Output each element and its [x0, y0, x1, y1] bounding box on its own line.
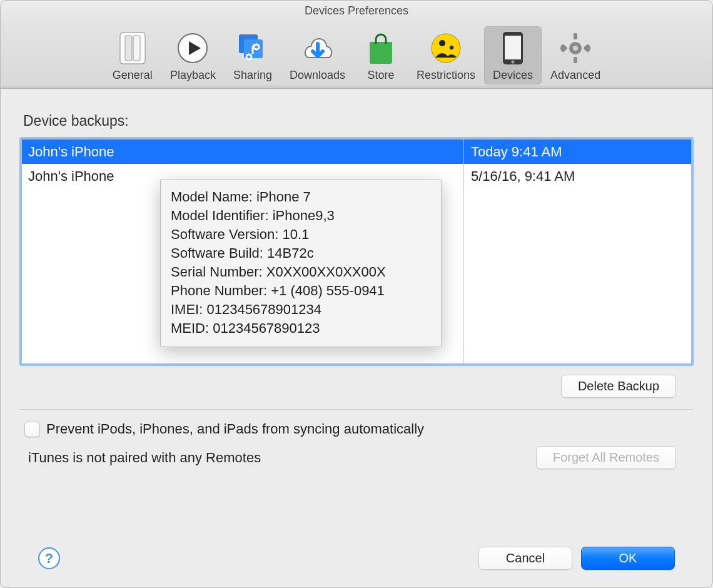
tab-label: Store	[368, 69, 395, 82]
device-info-tooltip: Model Name: iPhone 7 Model Identifier: i…	[160, 180, 442, 347]
svg-point-22	[573, 46, 578, 51]
help-button[interactable]: ?	[38, 547, 60, 569]
svg-point-7	[432, 34, 460, 63]
tab-playback[interactable]: Playback	[161, 26, 225, 84]
tab-general[interactable]: General	[104, 26, 161, 84]
devices-icon	[495, 30, 531, 66]
svg-point-12	[511, 60, 514, 63]
device-backups-heading: Device backups:	[23, 113, 694, 129]
tab-label: Advanced	[550, 69, 600, 82]
tab-label: Sharing	[233, 69, 272, 82]
svg-rect-14	[574, 33, 577, 39]
tooltip-line: Serial Number: X0XX00XX0XX00X	[171, 263, 431, 281]
playback-icon	[174, 30, 211, 66]
ok-button[interactable]: OK	[581, 547, 675, 570]
backup-date: 5/16/16, 9:41 AM	[463, 164, 691, 188]
device-backups-list[interactable]: John's iPhone Today 9:41 AM John's iPhon…	[19, 137, 694, 366]
forget-all-remotes-button: Forget All Remotes	[536, 446, 676, 469]
store-icon	[363, 30, 399, 66]
tab-store[interactable]: Store	[354, 26, 408, 84]
tab-label: Restrictions	[417, 69, 475, 82]
tab-downloads[interactable]: Downloads	[281, 26, 354, 84]
preferences-window: Devices Preferences General Playback	[0, 0, 713, 588]
preferences-toolbar: General Playback Sharing	[1, 21, 712, 89]
tooltip-line: Model Name: iPhone 7	[171, 188, 431, 206]
backup-name: John's iPhone	[22, 139, 463, 164]
column-divider	[463, 139, 464, 363]
downloads-icon	[300, 30, 336, 66]
tab-label: Playback	[170, 69, 216, 82]
tab-label: General	[113, 69, 153, 82]
tooltip-line: MEID: 01234567890123	[171, 319, 431, 338]
cancel-button[interactable]: Cancel	[478, 547, 572, 570]
window-title: Devices Preferences	[1, 1, 712, 21]
svg-rect-11	[505, 36, 521, 59]
svg-point-8	[439, 40, 445, 46]
prevent-sync-checkbox[interactable]	[24, 422, 40, 437]
tab-label: Downloads	[290, 69, 345, 82]
delete-backup-button[interactable]: Delete Backup	[561, 375, 676, 398]
general-icon	[114, 30, 151, 66]
svg-rect-1	[125, 36, 132, 61]
tooltip-line: Software Build: 14B72c	[171, 244, 431, 263]
svg-rect-15	[574, 57, 577, 63]
svg-rect-2	[133, 36, 140, 61]
backup-row[interactable]: John's iPhone Today 9:41 AM	[22, 139, 691, 164]
backup-date: Today 9:41 AM	[463, 139, 691, 164]
tooltip-line: Software Version: 10.1	[171, 225, 431, 244]
devices-content: Device backups: John's iPhone Today 9:41…	[1, 89, 712, 587]
svg-point-9	[450, 46, 453, 49]
tooltip-line: IMEI: 012345678901234	[171, 300, 431, 319]
sharing-icon	[235, 30, 271, 66]
advanced-icon	[557, 30, 594, 66]
restrictions-icon	[428, 30, 464, 66]
tab-advanced[interactable]: Advanced	[542, 26, 609, 84]
tooltip-line: Phone Number: +1 (408) 555-0941	[171, 281, 431, 300]
tab-label: Devices	[493, 69, 533, 82]
tooltip-line: Model Identifier: iPhone9,3	[171, 206, 431, 225]
prevent-sync-label: Prevent iPods, iPhones, and iPads from s…	[46, 421, 424, 437]
tab-restrictions[interactable]: Restrictions	[408, 26, 484, 84]
remotes-status-text: iTunes is not paired with any Remotes	[28, 450, 261, 466]
tab-sharing[interactable]: Sharing	[225, 26, 281, 84]
separator	[19, 409, 694, 410]
tab-devices[interactable]: Devices	[484, 26, 542, 84]
svg-rect-0	[120, 33, 145, 64]
